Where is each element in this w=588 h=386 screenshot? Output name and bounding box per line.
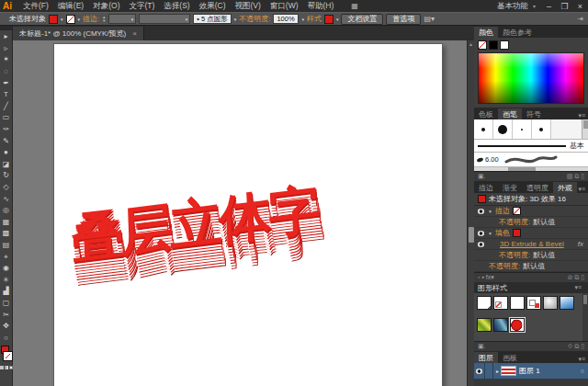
tab-layers[interactable]: 图层 [474, 352, 498, 363]
style-none[interactable] [493, 296, 508, 310]
tab-brushes[interactable]: 画笔 [498, 108, 522, 119]
layer-name[interactable]: 图层 1 [519, 366, 540, 376]
chevron-down-icon[interactable]: ▾ [234, 17, 237, 22]
brush-item[interactable] [513, 119, 532, 139]
chevron-down-icon[interactable]: ▾ [78, 17, 81, 22]
panel-menu-icon[interactable]: ▾≡ [574, 284, 584, 291]
tab-stroke[interactable]: 描边 [474, 182, 498, 193]
brush-definition-select[interactable]: • 5 点圆形 [193, 14, 231, 24]
menu-item[interactable]: 帮助(H) [303, 1, 339, 12]
tab-artboards[interactable]: 画板 [498, 352, 522, 363]
white-swatch[interactable] [500, 40, 509, 50]
magic-wand-tool[interactable]: ✶ [0, 54, 13, 66]
appearance-footer-right-icons[interactable]: ⊘ ⧉ ▯ [567, 274, 584, 281]
chevron-down-icon[interactable]: ▾ [336, 17, 339, 22]
style-libraries-icon[interactable]: ▣. [478, 343, 486, 350]
tab-transparency[interactable]: 透明度 [522, 182, 553, 193]
chevron-down-icon[interactable]: ▾ [301, 17, 304, 22]
hand-tool[interactable]: ✥ [0, 321, 13, 333]
stroke-opacity-row[interactable]: 不透明度: 默认值 [474, 217, 588, 228]
color-button[interactable] [0, 366, 4, 369]
effect-row[interactable]: 3D Extrude & Bevel fx [474, 239, 588, 250]
layer-row-selected[interactable]: ▸ 图层 1 ○ [474, 363, 588, 379]
menu-item[interactable]: 编辑(E) [53, 1, 88, 12]
tab-gradient[interactable]: 渐变 [498, 182, 522, 193]
direct-selection-tool[interactable]: ▹ [0, 43, 13, 55]
brushes-footer-icons[interactable]: ▨ ⧉ ▯ [567, 173, 584, 180]
layer-target-icon[interactable]: ○ [581, 368, 584, 374]
column-graph-tool[interactable]: ▟ [0, 286, 13, 298]
style-white[interactable] [510, 296, 525, 310]
expand-arrow-icon[interactable]: ▼ [488, 231, 492, 236]
opacity-link[interactable]: 不透明度: [489, 261, 520, 271]
slice-tool[interactable]: ✂ [0, 309, 13, 321]
style-blue-gradient[interactable] [560, 296, 574, 310]
shape-builder-tool[interactable]: ◎ [0, 205, 13, 217]
basic-brush-row[interactable]: 基本 [474, 140, 588, 153]
paintbrush-tool[interactable]: ✑ [0, 124, 13, 136]
fill-red-swatch[interactable] [513, 229, 521, 237]
style-default[interactable] [477, 296, 492, 310]
document-setup-button[interactable]: 文档设置 [341, 14, 383, 25]
scroll-up-icon[interactable]: ▲ [468, 40, 474, 48]
layer-lock-cell[interactable] [485, 363, 493, 379]
chevron-down-icon[interactable]: ▾ [61, 17, 63, 22]
symbol-sprayer-tool[interactable]: ✳ [0, 274, 13, 286]
style-silver-gradient[interactable] [543, 296, 558, 310]
brush-item[interactable] [474, 119, 493, 139]
none-button[interactable] [9, 366, 13, 369]
brush-item[interactable] [493, 119, 513, 139]
zoom-tool[interactable]: ○ [0, 332, 13, 344]
stroke-color-indicator[interactable] [4, 352, 12, 360]
menu-item[interactable]: 窗口(W) [266, 1, 303, 12]
lasso-tool[interactable]: ◌ [0, 66, 13, 78]
collapse-control-bar-icon[interactable]: ⇥ [577, 15, 583, 23]
appearance-footer-left-icons[interactable]: ▫ ▪ fx▾ [478, 274, 494, 281]
stroke-weight-stepper[interactable]: ▲▼ [102, 16, 106, 23]
panel-menu-icon[interactable]: ▾≡ [578, 112, 588, 119]
stroke-none-swatch[interactable] [513, 207, 521, 215]
eraser-tool[interactable]: ◪ [0, 159, 13, 171]
visibility-eye-icon[interactable] [477, 242, 485, 247]
expand-arrow-icon[interactable]: ▸ [496, 368, 499, 374]
graphic-styles-footer-icons[interactable]: ⟐ ⧉ ▯ [568, 343, 584, 350]
gradient-button[interactable] [5, 366, 8, 369]
stroke-weight-input[interactable]: ▾ [108, 14, 136, 24]
object-opacity-row[interactable]: 不透明度: 默认值 [474, 261, 588, 272]
3d-extrude-bevel-effect-link[interactable]: 3D Extrude & Bevel [500, 240, 564, 248]
variable-width-profile-select[interactable]: ▾ [139, 14, 190, 24]
calligraphic-brush-6-row[interactable]: 6.00 [474, 153, 588, 167]
canvas-vertical-scrollbar[interactable]: ▲ [467, 40, 474, 386]
blend-tool[interactable]: ◉ [0, 263, 13, 275]
minimize-button[interactable]: – [541, 2, 557, 11]
pen-tool[interactable]: ✒ [0, 77, 13, 89]
rotate-tool[interactable]: ↻ [0, 170, 13, 182]
fill-opacity-row[interactable]: 不透明度: 默认值 [474, 250, 588, 261]
opacity-input[interactable]: 100% [273, 14, 299, 24]
tab-color-guide[interactable]: 颜色参考 [498, 27, 537, 38]
visibility-eye-icon[interactable] [475, 369, 483, 374]
fill-stroke-control[interactable] [0, 345, 13, 365]
menu-item[interactable]: 选择(S) [159, 1, 194, 12]
line-segment-tool[interactable]: ╱ [0, 101, 13, 113]
stroke-attribute-label[interactable]: 描边 [495, 206, 510, 216]
color-spectrum[interactable] [478, 52, 584, 104]
tab-swatches[interactable]: 色板 [474, 108, 498, 119]
artboard-tool[interactable]: ▢ [0, 298, 13, 310]
gradient-tool[interactable]: ▤ [0, 240, 13, 252]
style-green-texture[interactable] [477, 318, 492, 332]
canvas[interactable]: 叠层立体字 [13, 40, 467, 386]
width-tool[interactable]: ∿ [0, 193, 13, 205]
blob-brush-tool[interactable]: ● [0, 147, 13, 159]
graphic-styles-header[interactable]: 图形样式 ▾≡ [474, 282, 588, 293]
tab-symbols[interactable]: 符号 [522, 108, 546, 119]
panel-menu-icon[interactable]: ▾≡ [578, 186, 588, 193]
stroke-color-swatch[interactable] [66, 15, 75, 24]
visibility-eye-icon[interactable] [477, 209, 485, 214]
artboard[interactable]: 叠层立体字 [53, 43, 443, 386]
opacity-label[interactable]: 不透明度: [239, 14, 270, 24]
fill-attribute-label[interactable]: 填色 [495, 228, 510, 238]
restore-button[interactable]: ❐ [557, 2, 572, 11]
pencil-tool[interactable]: ✎ [0, 135, 13, 147]
style-label[interactable]: 样式 [307, 14, 322, 24]
